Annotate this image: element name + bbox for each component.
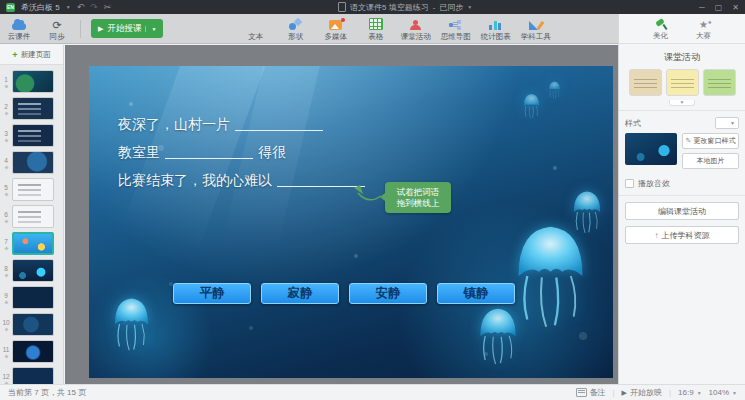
answer-chip[interactable]: 镇静	[437, 283, 515, 304]
slide-thumbnail-row[interactable]: 8	[0, 257, 63, 284]
slide-thumbnail-row[interactable]: 10	[0, 311, 63, 338]
right-tool-button[interactable]: 大赛	[696, 16, 711, 43]
start-teaching-label: 开始授课	[107, 23, 141, 35]
slide-thumbnail[interactable]	[12, 367, 54, 384]
slide-thumbnail-row[interactable]: 6	[0, 203, 63, 230]
page-transition-icon	[4, 138, 8, 142]
toolbar-tool-button[interactable]: 课堂活动	[397, 14, 435, 44]
tool-label: 统计图表	[481, 32, 511, 42]
app-name[interactable]: 希沃白板 5	[21, 2, 60, 13]
notes-button[interactable]: 备注	[576, 387, 606, 398]
slide-thumbnail[interactable]	[12, 340, 54, 363]
answer-chip[interactable]: 安静	[349, 283, 427, 304]
right-tool-label: 美化	[653, 31, 668, 41]
start-teaching-dropdown-icon[interactable]: ▼	[145, 26, 156, 32]
hint-line-1: 试着把词语	[397, 187, 440, 198]
slide-thumbnail-row[interactable]: 7	[0, 230, 63, 257]
panel-collapse-handle[interactable]: ▼	[669, 100, 695, 106]
start-teaching-button[interactable]: ▶ 开始授课 ▼	[91, 19, 163, 38]
toolbar-tool-button[interactable]: 形状	[277, 14, 315, 44]
page-transition-icon	[4, 219, 8, 223]
answer-chip[interactable]: 寂静	[261, 283, 339, 304]
change-style-button[interactable]: ✎ 更改窗口样式	[682, 133, 739, 149]
local-image-button[interactable]: 本地图片	[682, 153, 739, 169]
slide-thumbnail-row[interactable]: 11	[0, 338, 63, 365]
slide-thumbnail[interactable]	[12, 313, 54, 336]
edit-activity-button[interactable]: 编辑课堂活动	[625, 202, 739, 220]
style-count-select[interactable]: ▼	[715, 117, 739, 129]
right-panel: 美化 大赛 课堂活动 ▼ 样式 ▼ ✎ 更改窗口样式 本地图片	[618, 14, 745, 384]
slide-thumbnail[interactable]	[12, 151, 54, 174]
page-number: 2	[0, 103, 12, 115]
upload-resource-button[interactable]: ↑ 上传学科资源	[625, 226, 739, 244]
slide-thumbnail[interactable]	[12, 70, 54, 93]
question-text[interactable]: 夜深了，山村一片 教室里得很 比赛结束了，我的心难以	[118, 110, 370, 194]
cloud-courseware-button[interactable]: 云课件	[0, 14, 38, 44]
sync-status: 已同步	[439, 2, 463, 13]
blank-3[interactable]	[277, 172, 365, 187]
maximize-button[interactable]: ▢	[715, 3, 723, 12]
page-transition-icon	[4, 327, 8, 331]
editing-canvas[interactable]: 夜深了，山村一片 教室里得很 比赛结束了，我的心难以 试着把词语 拖到横线上 平…	[65, 45, 618, 384]
hint-callout[interactable]: 试着把词语 拖到横线上	[385, 182, 451, 213]
page-number: 11	[0, 346, 12, 358]
zoom-level-select[interactable]: 104% ▼	[709, 388, 737, 397]
slide-thumbnail-row[interactable]: 9	[0, 284, 63, 311]
activity-template-thumbnail[interactable]	[666, 69, 699, 96]
slide-thumbnail-row[interactable]: 5	[0, 176, 63, 203]
minimize-button[interactable]: ─	[699, 3, 705, 12]
sound-effect-checkbox[interactable]	[625, 179, 634, 188]
toolbar-tool-button[interactable]: 文本	[237, 14, 275, 44]
toolbar-tool-button[interactable]: 表格	[357, 14, 395, 44]
aspect-ratio-select[interactable]: 16:9 ▼	[678, 388, 702, 397]
style-label: 样式	[625, 118, 641, 129]
right-tool-button[interactable]: 美化	[653, 16, 668, 43]
blank-1[interactable]	[235, 116, 323, 131]
page-number: 8	[0, 265, 12, 277]
chevron-down-icon: ▼	[697, 390, 702, 396]
undo-icon[interactable]: ↶	[77, 3, 85, 12]
play-icon: ▶	[622, 389, 627, 397]
slide-thumbnail[interactable]	[12, 124, 54, 147]
slide-thumbnail-row[interactable]: 4	[0, 149, 63, 176]
slide-thumbnail-list: 1 2 3	[0, 65, 63, 384]
slide-thumbnail[interactable]	[12, 232, 54, 255]
slide-thumbnail-row[interactable]: 3	[0, 122, 63, 149]
tool-icon	[489, 20, 502, 30]
slide-thumbnail[interactable]	[12, 205, 54, 228]
slide-thumbnail-row[interactable]: 2	[0, 95, 63, 122]
title-caret-icon[interactable]: ▼	[467, 4, 472, 10]
tool-icon	[410, 20, 421, 30]
start-slideshow-button[interactable]: ▶ 开始放映	[622, 387, 662, 398]
activity-template-thumbnail[interactable]	[629, 69, 662, 96]
toolbar-tool-button[interactable]: 多媒体	[317, 14, 355, 44]
tool-label: 表格	[368, 32, 383, 42]
new-page-label: 新建页面	[21, 50, 51, 60]
document-title-group[interactable]: 语文课件5 填空题练习 - 已同步 ▼	[117, 2, 693, 13]
new-page-button[interactable]: + 新建页面	[0, 45, 63, 65]
slide-thumbnail[interactable]	[12, 286, 54, 309]
slide-thumbnail[interactable]	[12, 97, 54, 120]
toolbar-tool-button[interactable]: 思维导图	[437, 14, 475, 44]
sync-label: 同步	[50, 32, 65, 42]
toolbar-tool-button[interactable]: 学科工具	[517, 14, 555, 44]
slide-thumbnail-row[interactable]: 1	[0, 68, 63, 95]
play-icon: ▶	[98, 25, 103, 33]
redo-icon[interactable]: ↷	[90, 3, 98, 12]
chevron-down-icon: ▼	[732, 390, 737, 396]
blank-2[interactable]	[165, 144, 253, 159]
app-menu-caret-icon[interactable]: ▼	[66, 4, 71, 10]
sync-button[interactable]: ⟳ 同步	[38, 14, 76, 44]
answer-chip[interactable]: 平静	[173, 283, 251, 304]
slide-thumbnail[interactable]	[12, 178, 54, 201]
slide-thumbnail-row[interactable]: 12	[0, 365, 63, 384]
background-thumbnail[interactable]	[625, 133, 677, 165]
close-button[interactable]: ✕	[732, 3, 739, 12]
slide-thumbnail[interactable]	[12, 259, 54, 282]
slide[interactable]: 夜深了，山村一片 教室里得很 比赛结束了，我的心难以 试着把词语 拖到横线上 平…	[89, 66, 613, 378]
document-icon	[338, 2, 346, 12]
scissors-icon[interactable]: ✂	[104, 3, 112, 12]
plus-icon: +	[12, 51, 17, 59]
toolbar-tool-button[interactable]: 统计图表	[477, 14, 515, 44]
activity-template-thumbnail[interactable]	[703, 69, 736, 96]
